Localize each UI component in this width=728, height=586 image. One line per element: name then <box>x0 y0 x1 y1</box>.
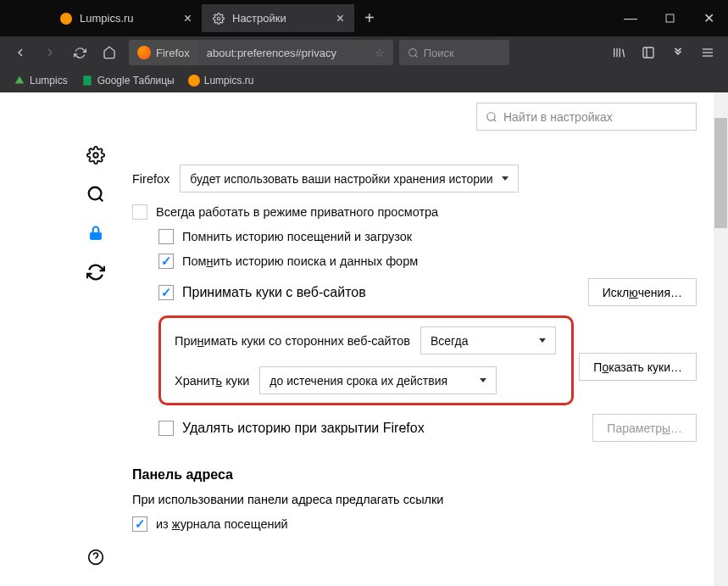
sidebar-general[interactable] <box>75 143 117 167</box>
forward-button[interactable] <box>36 39 64 66</box>
svg-rect-1 <box>666 14 674 22</box>
sidebar-help[interactable] <box>75 545 117 569</box>
chevron-down-icon <box>539 338 546 343</box>
home-button[interactable] <box>96 39 123 66</box>
show-cookies-button[interactable]: Показать куки… <box>579 353 697 381</box>
svg-point-15 <box>89 187 102 200</box>
overflow-button[interactable] <box>664 39 692 66</box>
url-text: about:preferences#privacy <box>207 47 336 59</box>
svg-line-7 <box>623 49 625 57</box>
preferences-content: Найти в настройках Firefox будет использ… <box>0 92 714 586</box>
checkbox-label: Всегда работать в режиме приватного прос… <box>156 205 438 219</box>
sidebar-button[interactable] <box>635 39 662 66</box>
bookmarks-bar: Lumpics Google Таблицы Lumpics.ru <box>0 69 728 92</box>
scrollbar-thumb[interactable] <box>714 118 727 228</box>
help-icon <box>87 549 104 566</box>
gear-icon <box>212 12 225 25</box>
reload-button[interactable] <box>66 39 93 66</box>
checkbox-label: Принимать куки с веб-сайтов <box>182 285 366 300</box>
library-button[interactable] <box>605 39 632 66</box>
addressbar-desc: При использовании панели адреса предлага… <box>132 493 697 506</box>
svg-point-0 <box>217 17 220 20</box>
checkbox-label: Удалять историю при закрытии Firefox <box>182 421 425 436</box>
search-input[interactable]: Поиск <box>399 40 509 65</box>
thirdparty-label: Принимать куки со сторонних веб-сайтов <box>175 334 410 348</box>
menu-button[interactable] <box>694 39 721 66</box>
url-identity[interactable]: Firefox <box>129 40 198 65</box>
bookmark-lumpicsru[interactable]: Lumpics.ru <box>183 72 259 89</box>
clear-settings-button[interactable]: Параметры… <box>592 414 697 442</box>
sync-icon <box>86 263 105 282</box>
minimize-button[interactable]: — <box>611 0 650 36</box>
close-icon[interactable]: × <box>184 11 192 26</box>
highlight-box: Принимать куки со сторонних веб-сайтов В… <box>158 315 574 405</box>
remember-forms-checkbox[interactable] <box>158 254 174 269</box>
svg-line-21 <box>494 119 497 121</box>
addressbar-section-title: Панель адреса <box>132 467 697 483</box>
svg-line-3 <box>415 55 417 57</box>
remember-history-checkbox[interactable] <box>158 229 174 244</box>
svg-point-14 <box>93 153 98 158</box>
checkbox-label: Помнить историю поиска и данных форм <box>182 254 418 268</box>
preferences-main: Найти в настройках Firefox будет использ… <box>117 92 714 586</box>
checkbox-label: из журнала посещений <box>156 517 288 531</box>
new-tab-button[interactable]: + <box>354 8 385 28</box>
select-value: будет использовать ваши настройки хранен… <box>190 172 492 186</box>
tab-label: Настройки <box>232 12 286 25</box>
svg-point-2 <box>408 48 416 56</box>
close-icon[interactable]: × <box>336 11 344 26</box>
site-icon <box>188 75 200 87</box>
accept-cookies-checkbox[interactable] <box>158 285 174 300</box>
bookmark-star-icon[interactable]: ☆ <box>375 47 385 59</box>
history-mode-select[interactable]: будет использовать ваши настройки хранен… <box>180 165 519 193</box>
from-history-checkbox[interactable] <box>132 516 147 532</box>
chevron-down-icon <box>480 378 486 382</box>
back-button[interactable] <box>7 39 34 66</box>
keep-until-select[interactable]: до истечения срока их действия <box>259 366 497 394</box>
bookmark-sheets[interactable]: Google Таблицы <box>76 72 180 89</box>
chevron-down-icon <box>502 176 508 181</box>
titlebar: Lumpics.ru × Настройки × + — ✕ <box>0 0 728 36</box>
clear-on-close-checkbox[interactable] <box>158 421 174 436</box>
preferences-search-input[interactable]: Найти в настройках <box>476 103 697 131</box>
maximize-button[interactable] <box>650 0 689 36</box>
gear-icon <box>86 146 105 165</box>
scrollbar[interactable] <box>714 92 728 586</box>
svg-rect-13 <box>83 75 91 86</box>
exceptions-button[interactable]: Исключения… <box>588 278 697 306</box>
url-prefix-label: Firefox <box>156 47 190 59</box>
tab-settings[interactable]: Настройки × <box>202 4 354 32</box>
bookmark-lumpics[interactable]: Lumpics <box>8 72 73 89</box>
select-value: до истечения срока их действия <box>270 374 447 388</box>
sidebar-search[interactable] <box>75 182 117 206</box>
search-icon <box>86 185 105 204</box>
preferences-sidebar <box>0 92 117 586</box>
tab-favicon-icon <box>59 12 73 25</box>
svg-point-20 <box>487 112 495 120</box>
close-window-button[interactable]: ✕ <box>689 0 728 36</box>
checkbox-label: Помнить историю посещений и загрузок <box>182 230 412 243</box>
toolbar: Firefox about:preferences#privacy ☆ Поис… <box>0 36 728 69</box>
thirdparty-select[interactable]: Всегда <box>420 326 556 354</box>
sheets-icon <box>81 75 93 87</box>
tab-label: Lumpics.ru <box>80 12 134 25</box>
url-input[interactable]: about:preferences#privacy ☆ <box>198 40 393 65</box>
sidebar-sync[interactable] <box>75 260 117 284</box>
firefox-label: Firefox <box>132 172 169 186</box>
lock-icon <box>87 225 104 242</box>
keep-label: Хранить куки <box>175 374 249 388</box>
svg-rect-8 <box>643 47 653 58</box>
select-value: Всегда <box>431 334 469 348</box>
search-icon <box>486 111 497 123</box>
search-icon <box>408 47 419 59</box>
sidebar-privacy[interactable] <box>75 221 117 245</box>
always-private-checkbox[interactable] <box>132 204 147 220</box>
svg-rect-17 <box>90 232 101 239</box>
tab-lumpics[interactable]: Lumpics.ru × <box>49 4 202 32</box>
svg-line-16 <box>99 198 103 201</box>
search-placeholder: Поиск <box>424 47 454 59</box>
drive-icon <box>14 75 25 87</box>
search-placeholder: Найти в настройках <box>503 110 613 124</box>
firefox-icon <box>137 46 151 59</box>
